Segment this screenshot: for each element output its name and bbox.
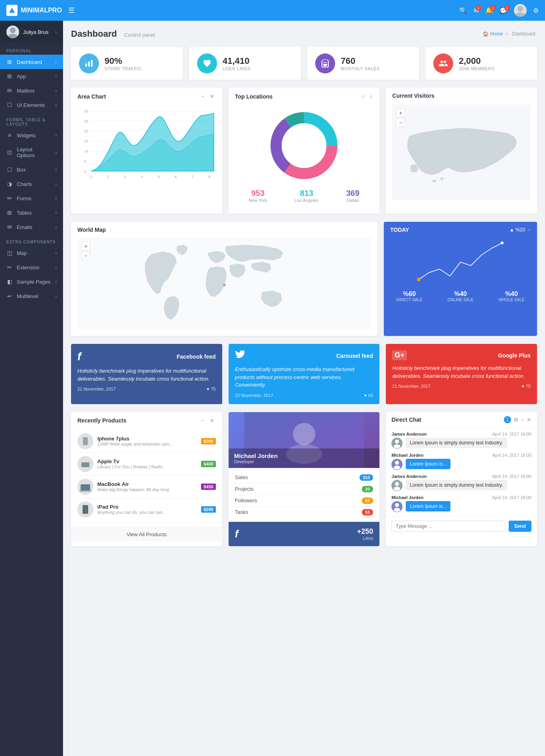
chat-message-1: James Anderson April 14, 2017 18:00 Lore… xyxy=(391,432,531,449)
product-price-macbook: $450 xyxy=(201,484,215,490)
mail-btn[interactable]: ✉ 1 xyxy=(474,7,479,14)
emails-icon: ✉ xyxy=(6,224,13,230)
chat-sender-2: Michael Jorden xyxy=(391,453,423,458)
profile-card: Michael Jorden Developer Sales 310 Proje… xyxy=(229,412,380,546)
sidebar-item-label-extension: Extension xyxy=(17,265,51,270)
chat-minimize-btn[interactable]: − xyxy=(521,416,524,423)
svg-text:8: 8 xyxy=(209,175,211,179)
hamburger-icon[interactable]: ☰ xyxy=(68,6,75,15)
mail-badge: 1 xyxy=(476,5,481,11)
chat-badge: 1 xyxy=(504,5,510,11)
map-icon: ◫ xyxy=(6,250,13,256)
profile-stat-sales: Sales 310 xyxy=(235,472,373,484)
chat-msg-meta-2: April 14, 2017 18:00 Michael Jorden xyxy=(391,453,531,458)
chat-messages: James Anderson April 14, 2017 18:00 Lore… xyxy=(386,428,537,516)
donut-chart-settings[interactable]: ○ xyxy=(360,93,367,100)
product-info-macbook: MacBook Air Make big things happen. All … xyxy=(97,481,197,492)
chat-send-btn[interactable]: Send xyxy=(509,521,531,532)
world-map-zoom-in[interactable]: + xyxy=(81,242,90,251)
google-card: G+ Google Plus Holisticly benchmark plug… xyxy=(386,344,537,404)
visitors-header: Current Visitors xyxy=(386,88,537,101)
logo-icon xyxy=(6,5,18,16)
chat-close-btn[interactable]: ✕ xyxy=(527,416,531,423)
dashboard-icon: ⊞ xyxy=(6,59,13,65)
chat-bubble-4: Lorem Ipsum is... xyxy=(406,501,450,511)
today-minimize[interactable]: − xyxy=(527,227,531,233)
world-map-zoom-out[interactable]: − xyxy=(81,251,90,260)
area-chart-minimize[interactable]: − xyxy=(199,93,206,100)
bell-btn[interactable]: 🔔 1 xyxy=(485,7,493,14)
stat-card-traffic: 90% STORE TRAFFIC xyxy=(71,47,183,80)
product-info-apple-tv: Apple Tv Library | For You | Browse | Ra… xyxy=(97,458,197,469)
breadcrumb: 🏠 Home › Dashboard xyxy=(483,31,537,37)
svg-rect-46 xyxy=(83,505,88,514)
traffic-label: STORE TRAFFIC xyxy=(105,66,142,71)
sidebar-item-box[interactable]: ☐ Box › xyxy=(0,162,63,177)
chat-bubble-3: Lorem Ipsum is simply dummy text Industr… xyxy=(406,480,507,490)
svg-text:5: 5 xyxy=(84,160,86,164)
sidebar-item-extension[interactable]: ✂ Extension › xyxy=(0,260,63,274)
product-name-iphone: Iphone 7plus xyxy=(97,436,197,442)
view-all-products-btn[interactable]: View All Products xyxy=(71,527,222,541)
multilevel-icon: ↩ xyxy=(6,293,13,299)
donut-chart-title: Top Locations xyxy=(235,93,273,100)
sidebar-item-ui-elements[interactable]: ☐ UI Elements › xyxy=(0,98,63,112)
sidebar-item-map[interactable]: ◫ Map › xyxy=(0,246,63,260)
product-name-apple-tv: Apple Tv xyxy=(97,458,197,464)
fb-likes-info: +250 Likes xyxy=(357,527,373,541)
sidebar-item-label-mailbox: Mailbox xyxy=(17,88,51,94)
svg-point-52 xyxy=(394,444,400,448)
sidebar-item-sample[interactable]: ◧ Sample Pages › xyxy=(0,274,63,289)
sidebar-arrow-map: › xyxy=(55,251,57,255)
visitors-body: + − xyxy=(386,101,537,207)
sidebar-item-multilevel[interactable]: ↩ Multilevel › xyxy=(0,289,63,303)
product-name-macbook: MacBook Air xyxy=(97,481,197,487)
sidebar-arrow-dashboard: › xyxy=(55,60,57,64)
chat-message-input[interactable] xyxy=(391,521,505,532)
svg-point-48 xyxy=(293,423,315,445)
sidebar-arrow-ui: › xyxy=(55,103,57,107)
donut-chart-info[interactable]: i xyxy=(369,93,373,100)
stat-card-sales: 760 MONTHLY SALES xyxy=(307,47,419,80)
sidebar-item-dashboard[interactable]: ⊞ Dashboard › xyxy=(0,55,63,69)
world-map-header: World Map xyxy=(71,222,377,235)
sidebar-item-label-ui: UI Elements xyxy=(17,102,51,108)
sidebar-item-widgets[interactable]: ≡ Widgets › xyxy=(0,128,63,142)
app-logo[interactable]: MINIMALPRO xyxy=(6,5,68,16)
products-minimize[interactable]: − xyxy=(199,417,206,424)
sidebar-item-label-layout: Layout Options xyxy=(17,146,51,158)
donut-la-label: Los Angeles xyxy=(295,198,319,203)
svg-rect-5 xyxy=(85,63,87,67)
chat-settings-btn[interactable]: ⚙ xyxy=(513,416,519,423)
sidebar-item-layout[interactable]: ⊡ Layout Options › xyxy=(0,142,63,162)
donut-container xyxy=(235,106,373,186)
chat-msg-meta-1: James Anderson April 14, 2017 18:00 xyxy=(391,432,531,436)
breadcrumb-home[interactable]: Home xyxy=(490,31,503,37)
sidebar-item-label-tables: Tables xyxy=(17,210,51,216)
area-chart-close[interactable]: ✕ xyxy=(208,93,216,100)
fb-likes-value: +250 xyxy=(357,527,373,536)
sidebar-item-tables[interactable]: ⊞ Tables › xyxy=(0,205,63,220)
profile-stat-projects-label: Projects xyxy=(235,486,254,492)
chat-btn[interactable]: 💬 1 xyxy=(500,7,507,14)
sidebar-item-charts[interactable]: ◑ Charts › xyxy=(0,177,63,191)
today-stat-online: %40 ONLINE SALE xyxy=(447,290,474,302)
svg-point-34 xyxy=(282,123,326,168)
user-avatar-top[interactable] xyxy=(514,4,527,17)
facebook-likes: ♥ 75 xyxy=(207,387,216,391)
sidebar-item-label-emails: Emails xyxy=(17,224,51,230)
products-close[interactable]: ✕ xyxy=(208,417,216,424)
sidebar-item-mailbox[interactable]: ✉ Mailbox › xyxy=(0,83,63,98)
settings-btn[interactable]: ⚙ xyxy=(533,7,539,14)
sidebar-user[interactable]: Juliya Brus › xyxy=(0,21,63,43)
svg-text:3: 3 xyxy=(124,175,126,179)
twitter-footer: 22 November, 2017 ♥ 65 xyxy=(235,393,373,398)
sidebar-item-app[interactable]: ⊞ App › xyxy=(0,69,63,83)
top-nav: MINIMALPRO ☰ 🔍 ✉ 1 🔔 1 💬 1 ⚙ xyxy=(0,0,545,21)
facebook-icon: f xyxy=(77,350,81,363)
svg-point-3 xyxy=(10,28,16,33)
sidebar-item-forms[interactable]: ✏ Forms › xyxy=(0,191,63,205)
search-btn[interactable]: 🔍 xyxy=(459,7,467,14)
sidebar-item-emails[interactable]: ✉ Emails › xyxy=(0,220,63,234)
today-title: TODAY xyxy=(390,227,409,233)
